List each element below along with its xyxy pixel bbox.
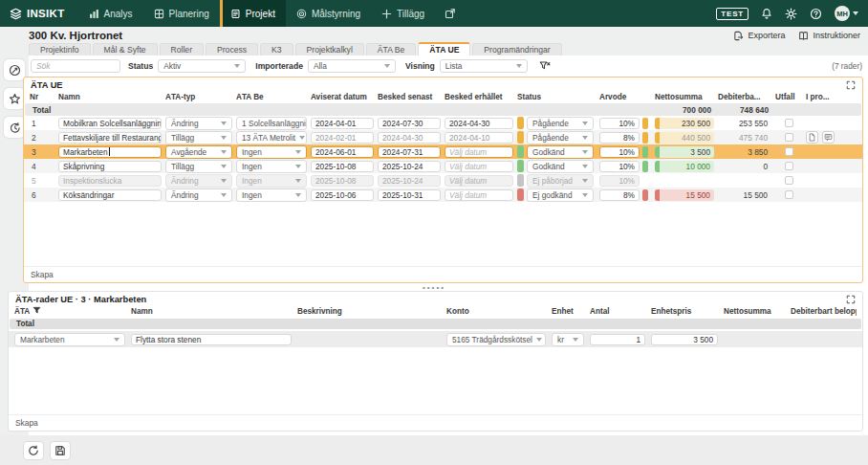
column-header-nettosumma[interactable]: Nettosumma: [724, 307, 785, 316]
gear-icon[interactable]: [785, 8, 797, 20]
besked-senast-input[interactable]: 2024-04-30: [378, 132, 441, 144]
enhetspris-input[interactable]: 3 500: [651, 334, 718, 345]
name-input[interactable]: Köksändringar: [58, 189, 162, 201]
status-select[interactable]: Ej godkänd: [527, 188, 594, 202]
utfall-checkbox[interactable]: [785, 176, 793, 185]
expand-icon[interactable]: [846, 295, 856, 304]
help-icon[interactable]: [810, 8, 822, 20]
tab-process[interactable]: Process: [206, 43, 258, 55]
aviserat-datum-input[interactable]: 2024-06-01: [311, 146, 374, 158]
status-select[interactable]: Godkänd: [527, 160, 594, 173]
column-header-konto[interactable]: Konto: [446, 307, 546, 316]
arvode-input[interactable]: 8%: [599, 189, 640, 201]
ata-typ-select[interactable]: Tillägg: [165, 160, 232, 173]
nav-item-projekt[interactable]: Projekt: [220, 0, 286, 27]
nav-item-tillagg[interactable]: Tillägg: [371, 0, 435, 27]
expand-icon[interactable]: [846, 80, 856, 90]
document-button[interactable]: [806, 131, 818, 144]
compass-button[interactable]: [4, 59, 25, 80]
column-header-antal[interactable]: Antal: [590, 307, 645, 316]
besked-erhallet-input[interactable]: Välj datum: [445, 146, 513, 158]
aviserat-datum-input[interactable]: 2025-10-08: [311, 161, 374, 172]
table-row[interactable]: 3MarkarbetenAvgåendeIngen2024-06-012024-…: [24, 144, 862, 159]
ata-filter-button[interactable]: [33, 306, 41, 317]
refresh-button[interactable]: [23, 441, 44, 460]
name-input[interactable]: Skåprivning: [58, 161, 162, 172]
arvode-input[interactable]: 10%: [599, 118, 640, 129]
column-header-arvode[interactable]: Arvode: [599, 93, 651, 101]
arvode-input[interactable]: 10%: [599, 175, 640, 187]
besked-erhallet-input[interactable]: Välj datum: [445, 189, 513, 201]
table-row[interactable]: 1Mobilkran SolcellsanläggningÄndring1 So…: [24, 116, 862, 130]
column-header-besked-erhallet[interactable]: Besked erhållet: [445, 93, 513, 101]
column-header-i-pro[interactable]: I pro...: [806, 93, 844, 101]
filter-importerade-select[interactable]: Alla: [308, 59, 396, 73]
tab-ata-be[interactable]: ÄTA Be: [366, 43, 417, 55]
column-header-enhetspris[interactable]: Enhetspris: [651, 307, 718, 316]
ata-be-select[interactable]: 1 Solcellsanläggning: [236, 117, 307, 130]
ata-select[interactable]: Markarbeten: [14, 333, 125, 346]
column-header-namn[interactable]: Namn: [131, 307, 292, 316]
column-header-besked-senast[interactable]: Besked senast: [378, 93, 441, 101]
ata-be-select[interactable]: 13 ÄTA Metrolit: [236, 131, 307, 144]
ata-be-select[interactable]: Ingen: [236, 174, 307, 188]
besked-senast-input[interactable]: 2024-07-30: [378, 118, 441, 129]
ata-be-select[interactable]: Ingen: [236, 160, 307, 173]
clear-filters-icon[interactable]: [539, 60, 551, 72]
table-row[interactable]: 4SkåprivningTilläggIngen2025-10-082025-1…: [24, 159, 862, 173]
ata-typ-select[interactable]: Ändring: [165, 188, 232, 202]
besked-erhallet-input[interactable]: Välj datum: [445, 175, 513, 187]
status-select[interactable]: Pågående: [527, 131, 594, 144]
column-header-debiterbart-belopp[interactable]: Debiterbart belopp: [791, 307, 857, 316]
aviserat-datum-input[interactable]: 2025-10-06: [311, 189, 374, 201]
column-header-ata-be[interactable]: ÄTA Be: [236, 93, 307, 101]
instructions-button[interactable]: Instruktioner: [798, 31, 860, 41]
search-input[interactable]: [31, 59, 120, 73]
table-row[interactable]: 6KöksändringarÄndringIngen2025-10-062025…: [24, 188, 862, 202]
besked-senast-input[interactable]: 2024-07-31: [378, 146, 441, 158]
note-button[interactable]: [822, 131, 835, 144]
filter-visning-select[interactable]: Lista: [440, 59, 528, 73]
aviserat-datum-input[interactable]: 2024-02-01: [311, 132, 374, 144]
utfall-checkbox[interactable]: [785, 190, 793, 199]
save-button[interactable]: [50, 441, 71, 460]
column-header-namn[interactable]: Namn: [58, 93, 162, 101]
tab-roller[interactable]: Roller: [160, 43, 204, 55]
column-header-beskrivning[interactable]: Beskrivning: [297, 307, 441, 316]
name-input[interactable]: Fettavskiljare till Restaurang: [58, 132, 162, 144]
bell-icon[interactable]: [761, 8, 772, 19]
table-row[interactable]: 5InspektionsluckaÄndringIngen2025-10-082…: [24, 173, 862, 188]
column-header-ata-typ[interactable]: ÄTA-typ: [165, 93, 232, 101]
utfall-checkbox[interactable]: [785, 119, 793, 127]
konto-select[interactable]: 5165 Trädgårdsskötsel: [446, 333, 546, 346]
column-header-nettosumma[interactable]: Nettosumma: [655, 93, 714, 101]
tab-ata-ue[interactable]: ÄTA UE: [418, 42, 470, 55]
nav-item-planering[interactable]: Planering: [143, 0, 220, 27]
nav-item-analys[interactable]: Analys: [78, 0, 143, 27]
status-select[interactable]: Ej påbörjad: [527, 174, 594, 188]
brand[interactable]: INSIKT: [10, 8, 65, 20]
name-input[interactable]: Mobilkran Solcellsanläggning: [58, 118, 162, 129]
status-select[interactable]: Godkänd: [527, 145, 594, 159]
filter-status-select[interactable]: Aktiv: [158, 59, 246, 73]
new-window-icon[interactable]: [445, 8, 456, 19]
besked-senast-input[interactable]: 2025-10-24: [378, 175, 441, 187]
arvode-input[interactable]: 10%: [599, 161, 640, 172]
tab-projektkalkyl[interactable]: Projektkalkyl: [295, 43, 364, 55]
column-header-status[interactable]: Status: [517, 93, 596, 101]
export-button[interactable]: Exportera: [733, 31, 785, 41]
column-header-debiterba[interactable]: Debiterba...: [718, 93, 771, 101]
ata-be-select[interactable]: Ingen: [236, 145, 307, 159]
besked-senast-input[interactable]: 2025-10-24: [378, 161, 441, 172]
create-ata-rad-button[interactable]: Skapa: [9, 414, 862, 431]
ata-typ-select[interactable]: Avgående: [165, 145, 232, 159]
favorites-button[interactable]: [4, 88, 25, 109]
column-header-enhet[interactable]: Enhet: [552, 307, 584, 316]
enhet-select[interactable]: kr: [552, 333, 584, 346]
name-input[interactable]: Markarbeten: [58, 146, 162, 158]
create-ata-button[interactable]: Skapa: [24, 266, 862, 282]
split-drag-handle[interactable]: •••••: [0, 283, 868, 291]
besked-senast-input[interactable]: 2025-10-31: [378, 189, 441, 201]
tab-mal-syfte[interactable]: Mål & Syfte: [93, 43, 158, 55]
ata-typ-select[interactable]: Ändring: [165, 174, 232, 188]
